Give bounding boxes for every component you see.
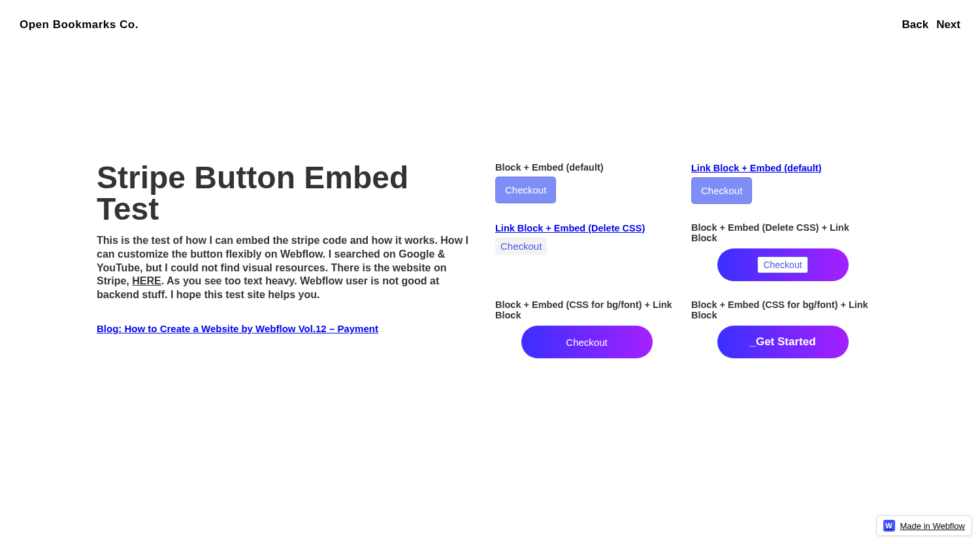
checkout-button[interactable]: Checkout (691, 177, 752, 204)
example-block-embed-cssbg-linkblock-1: Block + Embed (CSS for bg/font) + Link B… (495, 299, 678, 358)
nav-back[interactable]: Back (902, 18, 929, 31)
example-block-embed-cssbg-linkblock-2: Block + Embed (CSS for bg/font) + Link B… (691, 299, 874, 358)
made-in-webflow-badge[interactable]: W Made in Webflow (876, 515, 972, 536)
example-label-link[interactable]: Link Block + Embed (Delete CSS) (495, 223, 645, 233)
get-started-inner-label: _Get Started (749, 335, 815, 348)
example-label: Block + Embed (Delete CSS) + Link Block (691, 222, 874, 243)
webflow-icon: W (883, 520, 895, 532)
example-label: Block + Embed (CSS for bg/font) + Link B… (495, 299, 678, 320)
example-label: Block + Embed (default) (495, 162, 678, 173)
site-title[interactable]: Open Bookmarks Co. (20, 18, 139, 31)
checkout-button[interactable]: Checkout (495, 237, 547, 255)
page-description: This is the test of how I can embed the … (97, 234, 469, 302)
badge-text: Made in Webflow (900, 521, 965, 531)
checkout-inner-label: Checkout (757, 256, 808, 273)
nav: Back Next (902, 18, 961, 31)
example-linkblock-embed-deletecss: Link Block + Embed (Delete CSS) Checkout (495, 222, 678, 281)
blog-link[interactable]: Blog: How to Create a Website by Webflow… (97, 323, 378, 334)
checkout-inner-label: Checkout (566, 337, 607, 348)
main: Stripe Button Embed Test This is the tes… (0, 31, 980, 358)
checkout-pill-button[interactable]: Checkout (521, 326, 653, 358)
example-block-embed-deletecss-linkblock: Block + Embed (Delete CSS) + Link Block … (691, 222, 874, 281)
example-block-embed-default: Block + Embed (default) Checkout (495, 162, 678, 204)
examples-grid: Block + Embed (default) Checkout Link Bl… (495, 162, 874, 358)
header: Open Bookmarks Co. Back Next (0, 0, 980, 31)
checkout-pill-button[interactable]: Checkout (717, 248, 849, 281)
here-link[interactable]: HERE (132, 275, 161, 286)
example-label-link[interactable]: Link Block + Embed (default) (691, 163, 821, 173)
nav-next[interactable]: Next (936, 18, 960, 31)
example-label: Block + Embed (CSS for bg/font) + Link B… (691, 299, 874, 320)
example-linkblock-embed-default: Link Block + Embed (default) Checkout (691, 162, 874, 204)
page-title: Stripe Button Embed Test (97, 162, 469, 225)
get-started-pill-button[interactable]: _Get Started (717, 326, 849, 358)
checkout-button[interactable]: Checkout (495, 177, 556, 203)
left-column: Stripe Button Embed Test This is the tes… (97, 162, 469, 358)
